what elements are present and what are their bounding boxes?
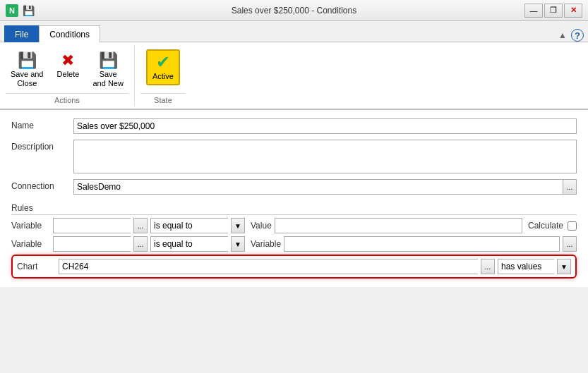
rule-row-1: Variable ... ▼ Value Calculate bbox=[11, 218, 577, 233]
description-row: Description bbox=[11, 140, 577, 173]
chart-row: Chart ... ▼ bbox=[11, 255, 577, 279]
rules-section: Rules Variable ... ▼ Value Calculate Var… bbox=[11, 203, 577, 279]
name-input[interactable] bbox=[73, 118, 577, 134]
connection-label: Connection bbox=[11, 179, 68, 191]
ribbon-tabs: File Conditions ▲ ? bbox=[0, 21, 588, 42]
connection-select-wrap: ... bbox=[73, 179, 577, 195]
save-titlebar-icon: 💾 bbox=[23, 5, 35, 16]
rule1-calculate-label: Calculate bbox=[528, 221, 563, 231]
form-area: Name Description Connection ... Rules Va… bbox=[0, 110, 588, 287]
ribbon-group-actions: 💾 Save and Close ✖ Delete 💾 Save and New… bbox=[0, 45, 135, 106]
connection-input[interactable] bbox=[73, 179, 563, 195]
connection-row: Connection ... bbox=[11, 179, 577, 195]
help-icon[interactable]: ? bbox=[571, 29, 584, 42]
delete-label: Delete bbox=[57, 70, 80, 79]
actions-group-label: Actions bbox=[6, 93, 128, 104]
chart-value-input[interactable] bbox=[59, 259, 478, 274]
delete-icon: ✖ bbox=[61, 53, 74, 68]
active-state-button[interactable]: ✔ Active bbox=[146, 49, 180, 85]
rule2-value-ellipsis[interactable]: ... bbox=[563, 236, 577, 252]
connection-ellipsis-button[interactable]: ... bbox=[563, 179, 577, 195]
save-close-button[interactable]: 💾 Save and Close bbox=[6, 49, 48, 92]
rule2-variable-label: Variable bbox=[11, 239, 50, 249]
rule1-calculate-checkbox[interactable] bbox=[568, 221, 577, 231]
description-label: Description bbox=[11, 140, 68, 152]
chart-label: Chart bbox=[17, 262, 56, 271]
rule2-var-ellipsis[interactable]: ... bbox=[133, 236, 148, 252]
active-label: Active bbox=[152, 72, 174, 81]
window-title: Sales over $250,000 - Conditions bbox=[0, 6, 588, 16]
rule2-var-input[interactable] bbox=[53, 236, 131, 252]
rule-row-2: Variable ... ▼ Variable ... bbox=[11, 236, 577, 252]
rule1-operator-dropdown[interactable]: ▼ bbox=[231, 218, 245, 233]
rule2-operator-dropdown[interactable]: ▼ bbox=[231, 236, 245, 252]
chart-ellipsis-button[interactable]: ... bbox=[481, 259, 495, 274]
save-new-button[interactable]: 💾 Save and New bbox=[88, 49, 128, 92]
rule2-value-input[interactable] bbox=[284, 236, 560, 252]
chart-has-values-dropdown[interactable]: ▼ bbox=[557, 259, 571, 274]
save-new-label: Save and New bbox=[92, 70, 123, 88]
minimize-button[interactable]: — bbox=[524, 4, 543, 18]
ribbon-body: 💾 Save and Close ✖ Delete 💾 Save and New… bbox=[0, 42, 588, 110]
restore-button[interactable]: ❐ bbox=[544, 4, 563, 18]
save-new-icon: 💾 bbox=[99, 53, 118, 68]
description-input[interactable] bbox=[73, 140, 577, 173]
close-button[interactable]: ✕ bbox=[564, 4, 582, 18]
delete-button[interactable]: ✖ Delete bbox=[51, 49, 85, 82]
active-check-icon: ✔ bbox=[156, 54, 170, 71]
ribbon-group-state: ✔ Active State bbox=[135, 45, 191, 106]
rule2-operator-input[interactable] bbox=[150, 236, 228, 252]
rule1-value-label: Value bbox=[251, 221, 272, 231]
state-group-label: State bbox=[140, 93, 186, 104]
rule1-value-input[interactable] bbox=[275, 218, 522, 233]
rule1-var-input[interactable] bbox=[53, 218, 131, 233]
ribbon-collapse-icon[interactable]: ▲ bbox=[558, 30, 567, 40]
name-row: Name bbox=[11, 118, 577, 134]
rule1-operator-input[interactable] bbox=[150, 218, 228, 233]
app-logo: N bbox=[6, 4, 18, 17]
name-label: Name bbox=[11, 118, 68, 130]
chart-has-values-input[interactable] bbox=[498, 259, 554, 274]
rules-label: Rules bbox=[11, 203, 577, 215]
rule1-variable-label: Variable bbox=[11, 221, 50, 231]
tab-conditions[interactable]: Conditions bbox=[39, 25, 100, 42]
save-close-label: Save and Close bbox=[11, 70, 43, 88]
tab-file[interactable]: File bbox=[4, 25, 39, 42]
rule1-var-ellipsis[interactable]: ... bbox=[133, 218, 148, 233]
save-close-icon: 💾 bbox=[18, 53, 37, 68]
rule2-value-label: Variable bbox=[251, 239, 281, 249]
title-bar: N 💾 Sales over $250,000 - Conditions — ❐… bbox=[0, 0, 588, 21]
